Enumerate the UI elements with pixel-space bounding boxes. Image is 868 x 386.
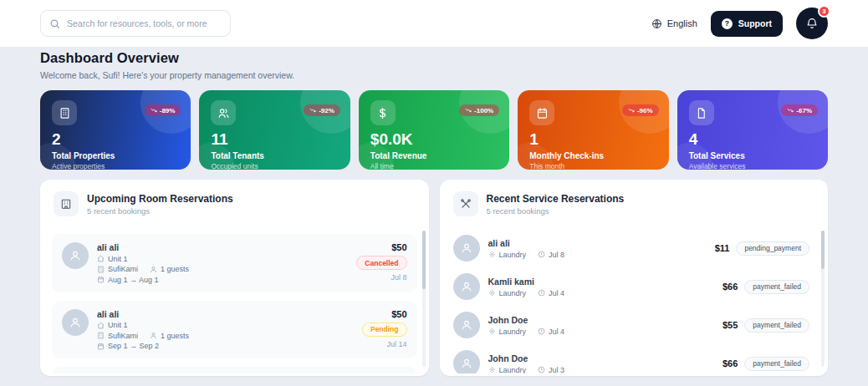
stat-sublabel: Occupied units: [211, 162, 338, 170]
language-label: English: [667, 18, 697, 28]
status-badge: payment_failed: [744, 357, 809, 371]
stat-label: Total Services: [689, 151, 816, 160]
status-badge: payment_failed: [744, 318, 809, 333]
calendar-icon: [529, 100, 554, 125]
unit-label: Unit 1: [108, 321, 128, 329]
booked-date: Jul 8: [391, 273, 406, 282]
trend-badge: -96%: [622, 104, 659, 116]
page-title: Dashboard Overview: [40, 50, 828, 66]
hotel-icon: [54, 191, 79, 216]
gear-icon: [488, 366, 496, 373]
price: $50: [391, 242, 406, 252]
calendar-icon: [97, 343, 105, 350]
question-icon: ?: [722, 18, 733, 29]
trending-down-icon: [465, 107, 472, 114]
service-reservation-row[interactable]: John Doe LaundryJul 4 $55 payment_failed: [447, 306, 817, 344]
price: $66: [722, 358, 738, 368]
user-icon: [69, 250, 81, 262]
status-badge: Cancelled: [356, 256, 406, 270]
clock-icon: [538, 289, 545, 297]
stay-dates: Aug 1 → Aug 1: [108, 276, 159, 284]
guest-name: ali ali: [97, 309, 354, 319]
building-icon: [97, 266, 105, 273]
stat-sublabel: Available services: [689, 162, 816, 170]
unit-label: Unit 1: [108, 255, 128, 263]
scrollbar[interactable]: [422, 231, 426, 367]
stay-dates: Sep 1 → Sep 2: [108, 342, 159, 350]
status-badge: payment_failed: [744, 280, 809, 294]
price: $11: [715, 243, 730, 253]
service-date: Jul 3: [549, 366, 564, 374]
service-label: Laundry: [499, 251, 527, 259]
trending-down-icon: [151, 107, 157, 114]
bell-icon: [805, 17, 819, 30]
calendar-icon: [97, 276, 105, 283]
home-icon: [97, 255, 105, 262]
search-icon: [49, 18, 60, 29]
room-reservations-list[interactable]: ali ali Unit 1 SufiKami1 guests Aug 1 → …: [40, 226, 429, 373]
support-button[interactable]: ? Support: [711, 11, 783, 37]
search-input[interactable]: [67, 18, 222, 28]
stat-card-total-revenue[interactable]: -100% $0.0K Total Revenue All time: [359, 90, 509, 170]
user-icon: [69, 317, 81, 328]
room-reservations-panel: Upcoming Room Reservations 5 recent book…: [40, 180, 429, 376]
service-label: Laundry: [499, 289, 527, 297]
stat-card-total-services[interactable]: -67% 4 Total Services Available services: [677, 90, 828, 170]
stat-label: Total Properties: [52, 151, 179, 160]
scrollbar-thumb[interactable]: [422, 231, 426, 289]
avatar: [453, 273, 480, 300]
stat-value: 4: [689, 131, 816, 149]
stat-value: 2: [52, 131, 179, 149]
gear-icon: [488, 289, 496, 297]
stat-sublabel: Active properties: [52, 162, 179, 170]
service-reservations-panel: Recent Service Reservations 5 recent boo…: [440, 180, 829, 376]
panel-subtitle: 5 recent bookings: [87, 206, 233, 216]
room-reservation-row[interactable]: ali ali Unit 1 SufiKami1 guests Sep 1 → …: [52, 301, 417, 359]
avatar: [453, 235, 480, 262]
service-date: Jul 4: [549, 328, 564, 336]
avatar: [453, 312, 480, 338]
trending-down-icon: [309, 107, 316, 114]
user-icon: [461, 242, 472, 254]
service-reservation-row[interactable]: John Doe LaundryJul 3 $66 payment_failed: [447, 344, 817, 373]
guest-name: ali ali: [97, 242, 348, 252]
guest-icon: [150, 332, 157, 339]
notifications-button[interactable]: 3: [796, 8, 828, 39]
building-icon: [97, 332, 105, 339]
scrollbar[interactable]: [821, 231, 825, 367]
gear-icon: [488, 328, 496, 335]
room-reservation-row[interactable]: ali ali Unit 1 SufiKami1 guests Aug 1 → …: [52, 234, 417, 292]
service-reservations-list[interactable]: ali ali LaundryJul 8 $11 pending_payment…: [440, 226, 829, 373]
search-box[interactable]: [40, 10, 231, 37]
dollar-icon: [370, 100, 396, 125]
user-icon: [461, 281, 472, 292]
customer-name: ali ali: [488, 238, 707, 248]
gear-icon: [488, 251, 496, 258]
stat-sublabel: All time: [370, 162, 498, 170]
dashboard-page: English ? Support 3 Dashboard Overview W…: [0, 0, 868, 386]
stat-card-total-tenants[interactable]: -92% 11 Total Tenants Occupied units: [199, 90, 350, 170]
guests-label: 1 guests: [161, 265, 189, 273]
stat-value: 11: [211, 131, 338, 149]
language-selector[interactable]: English: [651, 18, 697, 29]
building-icon: [52, 100, 77, 125]
file-icon: [689, 100, 714, 125]
avatar: [453, 350, 480, 373]
service-reservation-row[interactable]: ali ali LaundryJul 8 $11 pending_payment: [447, 229, 817, 267]
guests-label: 1 guests: [161, 332, 189, 340]
stat-card-total-properties[interactable]: -89% 2 Total Properties Active propertie…: [40, 90, 191, 170]
clock-icon: [538, 328, 545, 335]
scrollbar-thumb[interactable]: [821, 231, 825, 269]
stat-label: Monthly Check-ins: [529, 151, 656, 160]
stat-card-monthly-checkins[interactable]: -96% 1 Monthly Check-ins This month: [518, 90, 668, 170]
stat-value: $0.0K: [370, 131, 498, 149]
stat-cards-row: -89% 2 Total Properties Active propertie…: [40, 90, 828, 170]
property-label: SufiKami: [108, 265, 138, 273]
home-icon: [97, 322, 105, 329]
customer-name: Kamli kami: [488, 277, 714, 287]
room-reservation-row[interactable]: Unit 1 Sufian1 guests $0 Confirmed: [52, 367, 417, 373]
status-badge: pending_payment: [736, 241, 809, 256]
stat-label: Total Revenue: [370, 151, 498, 160]
service-reservation-row[interactable]: Kamli kami LaundryJul 4 $66 payment_fail…: [447, 267, 817, 306]
customer-name: John Doe: [488, 315, 714, 325]
